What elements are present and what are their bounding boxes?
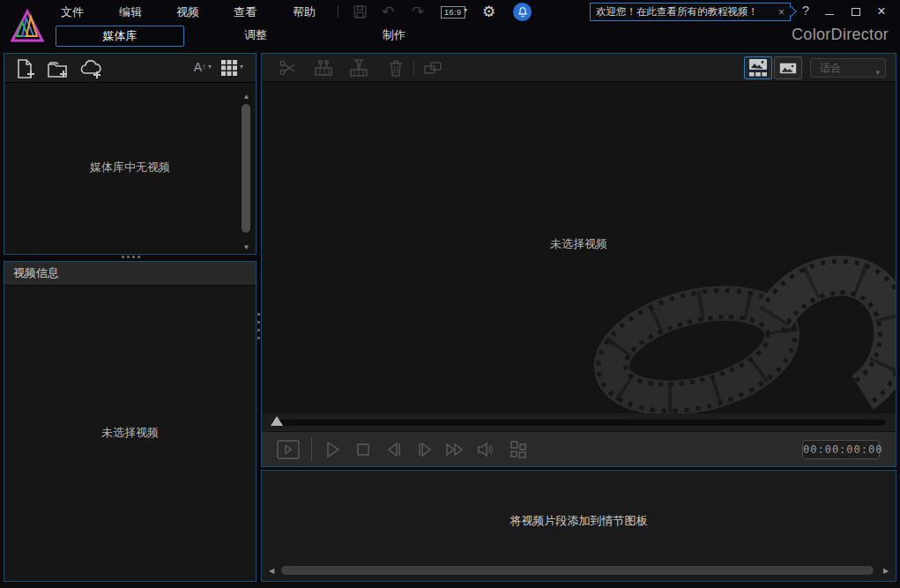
aspect-ratio-selector[interactable]: 16:9 [441,6,465,19]
fast-forward-button[interactable] [443,438,468,461]
preview-toolbar: 适合 ▾ [262,54,896,82]
save-icon[interactable] [353,4,370,20]
storyboard-scrollbar[interactable]: ◀ ▶ [265,565,892,577]
sort-caret-icon: ▾ [208,63,212,71]
horizontal-splitter[interactable] [117,256,144,260]
scroll-up-icon[interactable]: ▲ [241,93,252,100]
notification-bell-icon[interactable] [513,3,532,21]
scroll-right-icon[interactable]: ▶ [881,567,890,575]
library-toolbar: A↑▾ ▾ [4,54,256,83]
storyboard-empty-text: 将视频片段添加到情节图板 [262,513,896,529]
preview-toolbar-divider [413,61,414,75]
seek-bar[interactable] [262,413,896,431]
trim-clip-icon[interactable] [348,57,369,78]
import-media-icon[interactable] [13,57,36,80]
delete-icon[interactable] [385,57,406,78]
media-library-panel: A↑▾ ▾ 媒体库中无视频 ▲ ▼ [4,53,257,255]
library-empty-text: 媒体库中无视频 [4,160,256,175]
zoom-fit-label: 适合 [820,62,841,74]
play-in-window-button[interactable] [276,438,301,461]
app-title: ColorDirector [792,26,889,44]
zoom-fit-dropdown[interactable]: 适合 ▾ [810,58,886,78]
preview-panel: 适合 ▾ 未选择视频 [261,53,896,467]
aspect-caret-icon: ▾ [464,6,467,14]
tab-produce[interactable]: 制作 [359,26,429,47]
tab-media-library[interactable]: 媒体库 [56,26,184,47]
storyboard-panel: 将视频片段添加到情节图板 ◀ ▶ [261,470,896,582]
maximize-button[interactable] [846,4,866,19]
titlebar: 文件 编辑 视频 查看 帮助 ↶ ↷ 16:9 ▾ ⚙ 欢迎您！在此查看所有的教… [0,0,900,50]
import-cloud-icon[interactable] [79,57,102,80]
close-button[interactable]: × [872,4,891,19]
import-folder-icon[interactable] [46,57,69,80]
playback-controls: 00:00:00:00 [262,431,896,466]
video-info-header: 视频信息 [4,262,256,286]
play-button[interactable] [320,438,345,461]
scroll-left-icon[interactable]: ◀ [267,567,276,575]
help-button[interactable]: ? [798,3,814,20]
split-clip-icon[interactable] [278,57,299,78]
display-quality-icon[interactable] [506,438,531,461]
minimize-button[interactable] [820,4,839,19]
menu-view[interactable]: 查看 [219,0,271,24]
settings-gear-icon[interactable]: ⚙ [482,3,495,21]
sort-order-button[interactable]: A↑▾ [194,60,212,74]
library-scrollbar[interactable]: ▲ ▼ [241,93,252,251]
sort-ascending-icon: ↑ [202,62,206,71]
menu-edit[interactable]: 编辑 [104,0,157,24]
preview-only-mode-button[interactable] [774,56,802,79]
window-bottom-edge [0,583,900,588]
seek-track[interactable] [272,420,885,426]
compare-view-icon[interactable] [422,57,443,78]
redo-icon[interactable]: ↷ [412,4,429,20]
playhead-marker[interactable] [271,416,283,426]
fit-caret-icon: ▾ [875,63,880,81]
storyboard-preview-mode-button[interactable] [744,56,772,79]
film-strip-watermark [566,248,896,413]
welcome-tutorial-tooltip[interactable]: 欢迎您！在此查看所有的教程视频！ × [590,3,791,21]
controls-divider [311,437,312,462]
scroll-down-icon[interactable]: ▼ [241,243,252,251]
menu-help[interactable]: 帮助 [278,0,331,24]
scrollbar-thumb[interactable] [281,566,874,575]
colordirector-logo-icon [10,7,45,44]
timecode-display: 00:00:00:00 [802,440,880,459]
view-grid-button[interactable]: ▾ [220,59,243,77]
menu-video[interactable]: 视频 [161,0,214,24]
colordirector-window: 文件 编辑 视频 查看 帮助 ↶ ↷ 16:9 ▾ ⚙ 欢迎您！在此查看所有的教… [0,0,900,588]
tooltip-text: 欢迎您！在此查看所有的教程视频！ [596,5,773,19]
remove-marked-range-icon[interactable] [313,57,334,78]
tooltip-close-icon[interactable]: × [778,6,785,19]
tab-adjustment[interactable]: 调整 [220,26,291,47]
undo-icon[interactable]: ↶ [382,4,399,20]
sort-letter: A [194,60,202,74]
video-info-empty-text: 未选择视频 [4,425,256,441]
video-info-panel: 视频信息 未选择视频 [4,261,257,582]
preview-viewport: 未选择视频 [262,82,896,413]
scrollbar-thumb[interactable] [242,104,250,233]
menu-file[interactable]: 文件 [46,0,99,24]
stop-button[interactable] [351,438,376,461]
volume-button[interactable] [474,438,499,461]
grid-caret-icon: ▾ [240,63,243,71]
previous-frame-button[interactable] [382,438,406,461]
toolbar-divider [338,6,338,18]
next-frame-button[interactable] [413,438,437,461]
